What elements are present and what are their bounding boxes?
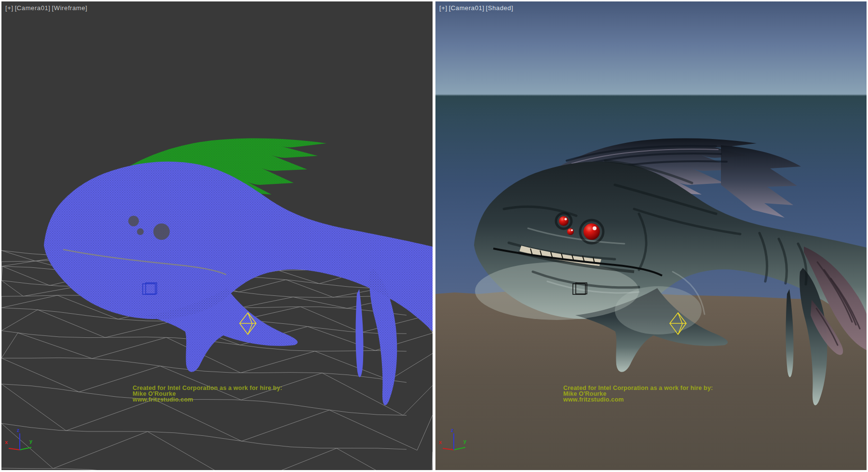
viewport-shaded[interactable]: Created for Intel Corporation as a work … [435, 1, 867, 470]
viewport-menu-shading[interactable]: [Shaded] [486, 4, 514, 12]
fish-model-shaded[interactable] [474, 138, 867, 405]
axis-x-label: x [5, 439, 8, 445]
wireframe-eye-spot [153, 223, 170, 240]
axis-tripod-lines [4, 427, 38, 460]
axis-tripod-lines [438, 427, 472, 460]
viewport-menu-general[interactable]: [+] [439, 4, 448, 12]
fish-model-wireframe[interactable] [44, 138, 433, 405]
viewport-menu-pov[interactable]: [Camera01] [449, 4, 485, 12]
viewport-label-wireframe: [+] [Camera01] [Wireframe] [5, 4, 87, 12]
axis-z-label: z [17, 427, 20, 433]
scene-credit-text: Created for Intel Corporation as a work … [563, 385, 713, 403]
viewport-label-shaded: [+] [Camera01] [Shaded] [439, 4, 513, 12]
axis-y-label: y [29, 438, 32, 444]
axis-x-label: x [439, 439, 442, 445]
fish-eye-large [583, 223, 600, 240]
viewport-menu-pov[interactable]: [Camera01] [15, 4, 51, 12]
viewport-menu-shading[interactable]: [Wireframe] [52, 4, 88, 12]
wireframe-eye-spot [137, 228, 144, 235]
dorsal-fin-spikes [721, 145, 801, 218]
credit-line-3: www.fritzstudio.com [563, 397, 713, 403]
fish-eye-upper [559, 216, 569, 226]
viewport-wireframe[interactable]: Created for Intel Corporation as a work … [1, 1, 433, 470]
world-axis-tripod: x y z [4, 427, 38, 460]
fish-eye-small [567, 228, 574, 235]
viewport-menu-general[interactable]: [+] [5, 4, 14, 12]
wireframe-eye-spot [128, 216, 139, 226]
axis-z-label: z [451, 427, 454, 433]
scene-credit-text: Created for Intel Corporation as a work … [133, 385, 282, 403]
axis-y-label: y [463, 438, 466, 444]
world-axis-tripod: x y z [438, 427, 472, 460]
credit-line-3: www.fritzstudio.com [133, 397, 282, 403]
